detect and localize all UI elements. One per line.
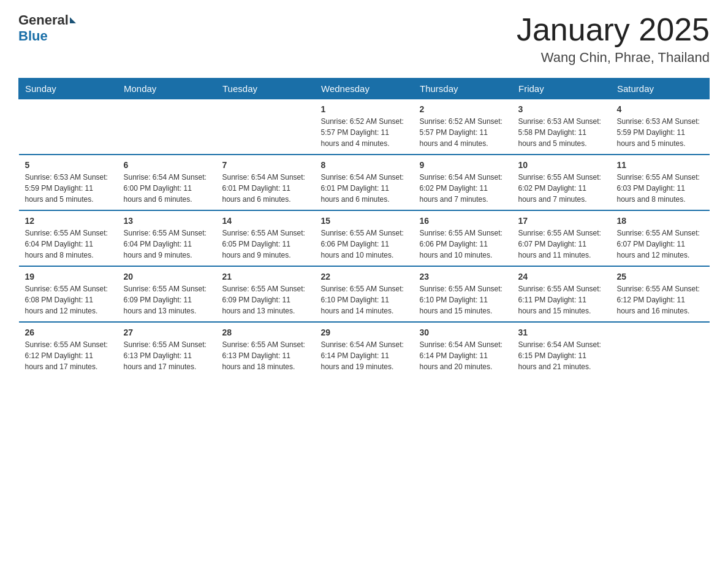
calendar-week-row: 12Sunrise: 6:55 AM Sunset: 6:04 PM Dayli… [19,210,710,266]
day-info: Sunrise: 6:53 AM Sunset: 5:59 PM Dayligh… [617,116,703,149]
calendar-cell: 14Sunrise: 6:55 AM Sunset: 6:05 PM Dayli… [216,210,315,266]
day-number: 22 [321,272,408,282]
weekday-header-monday: Monday [118,79,216,99]
day-info: Sunrise: 6:54 AM Sunset: 6:01 PM Dayligh… [321,172,408,205]
day-number: 8 [321,160,408,170]
day-number: 20 [124,272,210,282]
logo: General Blue [18,12,77,44]
day-info: Sunrise: 6:54 AM Sunset: 6:00 PM Dayligh… [124,172,210,205]
day-number: 16 [420,216,506,226]
day-number: 3 [518,104,605,114]
weekday-header-friday: Friday [512,79,611,99]
day-number: 19 [25,272,112,282]
day-info: Sunrise: 6:55 AM Sunset: 6:10 PM Dayligh… [321,283,408,316]
day-info: Sunrise: 6:55 AM Sunset: 6:09 PM Dayligh… [222,283,309,316]
day-number: 2 [420,104,506,114]
calendar-cell: 23Sunrise: 6:55 AM Sunset: 6:10 PM Dayli… [414,266,512,322]
day-info: Sunrise: 6:54 AM Sunset: 6:15 PM Dayligh… [518,339,605,372]
weekday-header-row: SundayMondayTuesdayWednesdayThursdayFrid… [19,79,710,99]
day-number: 29 [321,327,408,337]
day-info: Sunrise: 6:54 AM Sunset: 6:02 PM Dayligh… [420,172,506,205]
day-number: 4 [617,104,703,114]
location-title: Wang Chin, Phrae, Thailand [517,50,710,66]
day-info: Sunrise: 6:54 AM Sunset: 6:14 PM Dayligh… [321,339,408,372]
day-number: 27 [124,327,210,337]
calendar-cell: 25Sunrise: 6:55 AM Sunset: 6:12 PM Dayli… [611,266,710,322]
weekday-header-sunday: Sunday [19,79,118,99]
logo-arrow-icon [70,17,76,23]
calendar-cell: 20Sunrise: 6:55 AM Sunset: 6:09 PM Dayli… [118,266,216,322]
day-info: Sunrise: 6:55 AM Sunset: 6:12 PM Dayligh… [25,339,112,372]
calendar-week-row: 5Sunrise: 6:53 AM Sunset: 5:59 PM Daylig… [19,155,710,210]
month-title: January 2025 [517,12,710,47]
day-info: Sunrise: 6:55 AM Sunset: 6:13 PM Dayligh… [222,339,309,372]
calendar-cell [118,99,216,155]
day-info: Sunrise: 6:52 AM Sunset: 5:57 PM Dayligh… [321,116,408,149]
calendar-cell: 9Sunrise: 6:54 AM Sunset: 6:02 PM Daylig… [414,155,512,210]
day-number: 7 [222,160,309,170]
day-number: 14 [222,216,309,226]
day-number: 25 [617,272,703,282]
calendar-cell: 19Sunrise: 6:55 AM Sunset: 6:08 PM Dayli… [19,266,118,322]
calendar-cell: 17Sunrise: 6:55 AM Sunset: 6:07 PM Dayli… [512,210,611,266]
day-number: 26 [25,327,112,337]
calendar-cell: 27Sunrise: 6:55 AM Sunset: 6:13 PM Dayli… [118,322,216,377]
day-number: 1 [321,104,408,114]
calendar-cell: 13Sunrise: 6:55 AM Sunset: 6:04 PM Dayli… [118,210,216,266]
calendar-cell: 8Sunrise: 6:54 AM Sunset: 6:01 PM Daylig… [315,155,414,210]
calendar-cell: 31Sunrise: 6:54 AM Sunset: 6:15 PM Dayli… [512,322,611,377]
day-info: Sunrise: 6:55 AM Sunset: 6:07 PM Dayligh… [518,228,605,261]
day-number: 5 [25,160,112,170]
calendar-table: SundayMondayTuesdayWednesdayThursdayFrid… [18,78,710,377]
day-number: 15 [321,216,408,226]
day-info: Sunrise: 6:55 AM Sunset: 6:08 PM Dayligh… [25,283,112,316]
calendar-cell: 22Sunrise: 6:55 AM Sunset: 6:10 PM Dayli… [315,266,414,322]
calendar-cell: 18Sunrise: 6:55 AM Sunset: 6:07 PM Dayli… [611,210,710,266]
calendar-cell: 1Sunrise: 6:52 AM Sunset: 5:57 PM Daylig… [315,99,414,155]
day-number: 28 [222,327,309,337]
day-number: 30 [420,327,506,337]
calendar-cell: 10Sunrise: 6:55 AM Sunset: 6:02 PM Dayli… [512,155,611,210]
day-info: Sunrise: 6:55 AM Sunset: 6:11 PM Dayligh… [518,283,605,316]
calendar-cell: 16Sunrise: 6:55 AM Sunset: 6:06 PM Dayli… [414,210,512,266]
day-number: 6 [124,160,210,170]
calendar-cell: 29Sunrise: 6:54 AM Sunset: 6:14 PM Dayli… [315,322,414,377]
page-header: General Blue January 2025 Wang Chin, Phr… [18,12,710,66]
day-info: Sunrise: 6:55 AM Sunset: 6:09 PM Dayligh… [124,283,210,316]
day-info: Sunrise: 6:54 AM Sunset: 6:14 PM Dayligh… [420,339,506,372]
day-info: Sunrise: 6:55 AM Sunset: 6:06 PM Dayligh… [321,228,408,261]
day-info: Sunrise: 6:53 AM Sunset: 5:59 PM Dayligh… [25,172,112,205]
weekday-header-wednesday: Wednesday [315,79,414,99]
day-info: Sunrise: 6:55 AM Sunset: 6:07 PM Dayligh… [617,228,703,261]
weekday-header-saturday: Saturday [611,79,710,99]
calendar-cell: 3Sunrise: 6:53 AM Sunset: 5:58 PM Daylig… [512,99,611,155]
calendar-cell: 30Sunrise: 6:54 AM Sunset: 6:14 PM Dayli… [414,322,512,377]
logo-blue-text: Blue [18,28,48,44]
calendar-cell: 7Sunrise: 6:54 AM Sunset: 6:01 PM Daylig… [216,155,315,210]
day-number: 24 [518,272,605,282]
weekday-header-tuesday: Tuesday [216,79,315,99]
day-info: Sunrise: 6:55 AM Sunset: 6:10 PM Dayligh… [420,283,506,316]
day-info: Sunrise: 6:55 AM Sunset: 6:03 PM Dayligh… [617,172,703,205]
calendar-cell: 12Sunrise: 6:55 AM Sunset: 6:04 PM Dayli… [19,210,118,266]
day-info: Sunrise: 6:55 AM Sunset: 6:13 PM Dayligh… [124,339,210,372]
day-info: Sunrise: 6:54 AM Sunset: 6:01 PM Dayligh… [222,172,309,205]
calendar-cell: 11Sunrise: 6:55 AM Sunset: 6:03 PM Dayli… [611,155,710,210]
day-info: Sunrise: 6:55 AM Sunset: 6:05 PM Dayligh… [222,228,309,261]
calendar-week-row: 26Sunrise: 6:55 AM Sunset: 6:12 PM Dayli… [19,322,710,377]
day-number: 21 [222,272,309,282]
calendar-week-row: 19Sunrise: 6:55 AM Sunset: 6:08 PM Dayli… [19,266,710,322]
calendar-cell: 5Sunrise: 6:53 AM Sunset: 5:59 PM Daylig… [19,155,118,210]
calendar-cell: 2Sunrise: 6:52 AM Sunset: 5:57 PM Daylig… [414,99,512,155]
calendar-cell [216,99,315,155]
calendar-cell [19,99,118,155]
day-info: Sunrise: 6:55 AM Sunset: 6:06 PM Dayligh… [420,228,506,261]
day-number: 13 [124,216,210,226]
calendar-cell: 15Sunrise: 6:55 AM Sunset: 6:06 PM Dayli… [315,210,414,266]
day-number: 31 [518,327,605,337]
calendar-cell: 24Sunrise: 6:55 AM Sunset: 6:11 PM Dayli… [512,266,611,322]
day-number: 10 [518,160,605,170]
day-info: Sunrise: 6:55 AM Sunset: 6:12 PM Dayligh… [617,283,703,316]
day-number: 17 [518,216,605,226]
day-info: Sunrise: 6:55 AM Sunset: 6:02 PM Dayligh… [518,172,605,205]
